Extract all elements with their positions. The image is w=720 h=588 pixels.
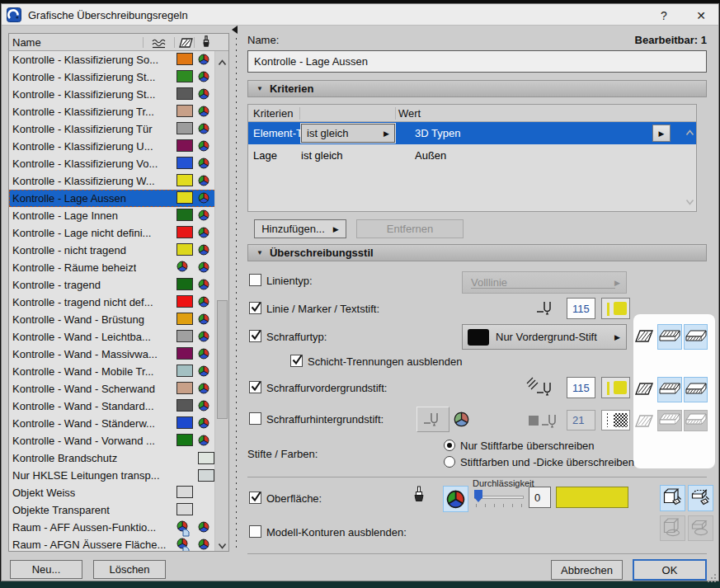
table-scroll-down-icon[interactable]	[685, 194, 694, 209]
ok-button[interactable]: OK	[633, 559, 707, 581]
criteria-table-header[interactable]: Kriterien Wert	[248, 105, 696, 122]
title-bar[interactable]: Grafische Überschreibungsregeln ? ✕	[2, 4, 718, 26]
criteria-row[interactable]: Element-T... ist gleich▶ 3D Typen ▶	[248, 122, 696, 144]
rule-row[interactable]: Kontrolle - Wand - Vorwand ...	[9, 432, 215, 449]
fill-bg-number-field[interactable]: 21	[567, 410, 595, 430]
override-style-section-header[interactable]: ▼ Überschreibungsstil	[247, 244, 707, 261]
fill-bg-pen-button[interactable]	[416, 407, 449, 432]
scroll-up-icon[interactable]	[218, 54, 227, 64]
rule-row[interactable]: Objekte Transparent	[9, 501, 215, 519]
rule-row[interactable]: Kontrolle - Klassifizierung Tr...	[9, 103, 215, 120]
help-button[interactable]: ?	[656, 7, 672, 23]
fill-fg-number-field[interactable]: 115	[567, 377, 595, 398]
criteria-row[interactable]: Lage ist gleich Außen	[248, 144, 696, 167]
scrollbar-thumb[interactable]	[217, 300, 228, 419]
linetype-dropdown[interactable]: Volllinie ▶	[462, 271, 627, 294]
rule-row[interactable]: Kontrolle - Lage nicht defini...	[9, 224, 215, 242]
surf-cell	[198, 140, 209, 152]
delete-button[interactable]: Löschen	[93, 560, 166, 579]
rule-row[interactable]: Kontrolle - Wand - Brüstung	[9, 311, 215, 328]
surf-cell	[198, 88, 209, 100]
rule-row[interactable]: Kontrolle - Klassifizierung St...	[9, 86, 215, 103]
panel-splitter[interactable]	[236, 38, 237, 551]
rule-row[interactable]: Nur HKLSE Leitungen transp...	[9, 467, 215, 484]
list-scrollbar[interactable]	[214, 51, 228, 551]
rule-row[interactable]: Kontrolle - Klassifizierung So...	[9, 51, 215, 68]
list-header[interactable]: Name	[9, 34, 228, 51]
surface-checkbox[interactable]	[249, 492, 261, 504]
cancel-button[interactable]: Abbrechen	[551, 560, 623, 580]
fill-bg-color-swatch[interactable]	[601, 410, 630, 430]
surface-picker-button[interactable]	[443, 486, 468, 512]
fill-fg-checkbox[interactable]	[249, 381, 261, 393]
fill-cell	[176, 330, 193, 342]
rule-row[interactable]: Kontrolle - Wand - Standard...	[9, 397, 215, 415]
pen-color-weight-label: Stiftfarben und -Dicke überschreiben	[460, 456, 634, 468]
criteria-column-header[interactable]: Kriterien	[253, 107, 293, 120]
rule-row[interactable]: Kontrolle - Lage Innen	[9, 207, 215, 224]
fill-fg-number: 115	[572, 382, 590, 394]
fill-column-icon[interactable]	[179, 37, 194, 52]
rule-row[interactable]: Kontrolle - Wand - Mobile Tr...	[9, 363, 215, 380]
line-pen-checkbox[interactable]	[249, 302, 261, 314]
line-pen-color-swatch[interactable]	[601, 298, 630, 319]
rule-row[interactable]: Kontrolle Brandschutz	[9, 449, 215, 467]
rule-row[interactable]: Kontrolle - Wand - Ständerw...	[9, 415, 215, 432]
rule-row[interactable]: Kontrolle - Klassifizierung U...	[9, 138, 215, 155]
fill-fg-color-swatch[interactable]	[601, 377, 630, 398]
rule-row[interactable]: Kontrolle - Lage Aussen	[9, 190, 215, 207]
pen-color-only-radio[interactable]	[444, 440, 455, 451]
rule-row[interactable]: Kontrolle - Wand - Leichtba...	[9, 328, 215, 346]
surface-color-bar[interactable]	[556, 487, 628, 508]
drafting-fill-toggle[interactable]	[684, 324, 708, 350]
collapse-panel-icon[interactable]	[232, 26, 238, 34]
line-pen-number-field[interactable]: 115	[567, 298, 595, 319]
criteria-section-header[interactable]: ▼ Kriterien	[247, 80, 707, 97]
rule-row[interactable]: Raum - AFF Aussen-Funktio...	[9, 519, 215, 536]
surface-uncut-toggle[interactable]	[688, 485, 713, 511]
rule-row[interactable]: Kontrolle - Wand - Scherwand	[9, 380, 215, 397]
linetype-checkbox[interactable]	[249, 274, 261, 286]
cover-fill-toggle[interactable]	[657, 377, 682, 402]
hide-contours-checkbox[interactable]	[249, 525, 261, 538]
surface-column-icon[interactable]	[201, 35, 211, 53]
close-button[interactable]: ✕	[693, 7, 709, 23]
color-swatch	[176, 209, 193, 221]
rule-row[interactable]: Objekt Weiss	[9, 484, 215, 501]
value-dropdown-button[interactable]: ▶	[652, 125, 671, 142]
scroll-down-icon[interactable]	[218, 538, 227, 548]
rule-row[interactable]: Kontrolle - Klassifizierung Tür	[9, 120, 215, 138]
table-scroll-up-icon[interactable]	[685, 125, 694, 139]
fill-cell	[176, 434, 193, 446]
rule-row[interactable]: Kontrolle - tragend	[9, 276, 215, 294]
transparency-value-field[interactable]: 0	[529, 487, 551, 508]
remove-criteria-button[interactable]: Entfernen	[356, 219, 464, 238]
rule-row[interactable]: Kontrolle - Wand - Massivwa...	[9, 346, 215, 363]
new-button[interactable]: Neu...	[10, 560, 82, 579]
name-column-header[interactable]: Name	[12, 36, 41, 49]
cut-fill-icon[interactable]	[635, 382, 654, 399]
pen-color-weight-radio[interactable]	[444, 456, 455, 468]
value-column-header[interactable]: Wert	[398, 107, 421, 120]
cover-fill-toggle[interactable]	[657, 324, 682, 350]
fill-type-dropdown[interactable]: Nur Vordergrund-Stift ▶	[462, 324, 627, 350]
surface-cut-toggle[interactable]	[660, 485, 685, 511]
add-criteria-button[interactable]: Hinzufügen... ▶	[254, 219, 346, 238]
rule-row[interactable]: Kontrolle - nicht tragend	[9, 242, 215, 259]
rule-row[interactable]: Kontrolle - Klassifizierung W...	[9, 172, 215, 190]
fill-type-checkbox[interactable]	[249, 330, 261, 342]
hide-skins-checkbox[interactable]	[290, 355, 303, 367]
editable-count: Bearbeitbar: 1	[569, 34, 707, 46]
rule-row[interactable]: Raum - AFGN Äussere Fläche...	[9, 536, 215, 551]
rule-row[interactable]: Kontrolle - Klassifizierung Vo...	[9, 155, 215, 172]
fill-bg-checkbox[interactable]	[249, 412, 261, 425]
cut-fill-icon[interactable]	[635, 329, 654, 346]
drafting-fill-toggle[interactable]	[684, 377, 708, 402]
resize-grip[interactable]	[707, 573, 717, 583]
linetype-column-icon[interactable]	[151, 37, 169, 52]
rule-row[interactable]: Kontrolle - tragend nicht def...	[9, 294, 215, 311]
rule-row[interactable]: Kontrolle - Räume beheizt	[9, 259, 215, 276]
rule-row[interactable]: Kontrolle - Klassifizierung St...	[9, 68, 215, 86]
rule-name-input[interactable]: Kontrolle - Lage Aussen	[247, 50, 707, 73]
operator-dropdown[interactable]: ist gleich▶	[301, 124, 395, 143]
